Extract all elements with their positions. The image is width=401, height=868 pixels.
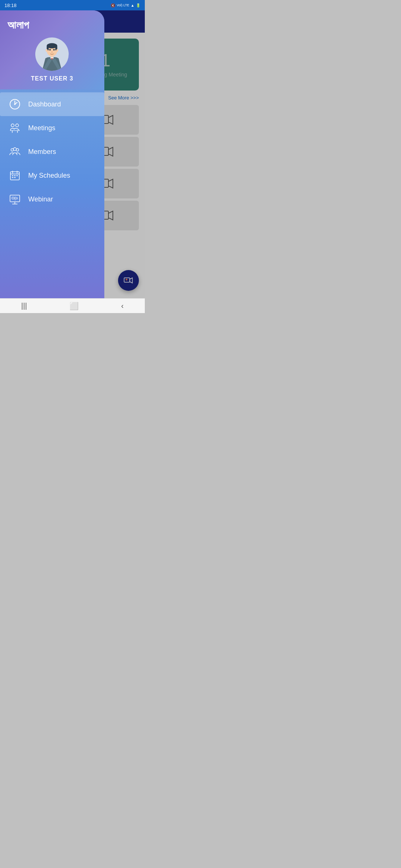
webinar-label: Webinar (28, 195, 53, 203)
svg-rect-47 (12, 177, 13, 178)
svg-point-32 (11, 124, 14, 127)
sidebar-item-webinar[interactable]: Webinar (0, 187, 104, 211)
app-container: 1 Upcoming Meeting See More >>> (0, 10, 145, 298)
avatar (35, 37, 69, 71)
svg-point-33 (16, 124, 19, 127)
dashboard-label: Dashboard (28, 101, 61, 108)
svg-point-23 (46, 49, 48, 52)
svg-rect-48 (14, 177, 16, 178)
status-icons: 🔇 Vol) LTE ▲ 🔋 (111, 3, 140, 7)
signal-bars: ▲ (131, 3, 134, 7)
drawer-header: আলাপ (0, 10, 104, 89)
sidebar-item-members[interactable]: Members (0, 140, 104, 164)
battery-icon: 🔋 (136, 3, 140, 7)
svg-rect-44 (12, 175, 13, 176)
recent-apps-button[interactable]: ||| (14, 299, 35, 313)
svg-point-52 (12, 197, 14, 199)
svg-rect-34 (10, 130, 20, 131)
avatar-image (37, 41, 67, 71)
back-button[interactable]: ‹ (114, 299, 131, 313)
sidebar-item-schedules[interactable]: My Schedules (0, 164, 104, 187)
schedules-icon (9, 170, 21, 181)
svg-point-24 (56, 49, 58, 52)
members-label: Members (28, 148, 56, 156)
svg-rect-46 (16, 175, 18, 176)
signal-text: Vol) LTE (117, 3, 129, 7)
drawer-menu: Dashboard Meetings (0, 89, 104, 298)
meetings-label: Meetings (28, 124, 55, 132)
svg-point-27 (52, 52, 53, 53)
svg-rect-45 (14, 175, 16, 176)
nav-drawer: আলাপ (0, 10, 104, 298)
svg-point-38 (13, 148, 16, 151)
recent-apps-icon: ||| (21, 302, 27, 310)
svg-point-31 (14, 103, 16, 105)
mute-icon: 🔇 (111, 3, 115, 7)
svg-point-39 (16, 149, 19, 151)
webinar-icon (9, 193, 21, 205)
sidebar-item-meetings[interactable]: Meetings (0, 116, 104, 140)
svg-point-26 (53, 49, 55, 50)
status-time: 18:18 (4, 3, 17, 8)
schedules-label: My Schedules (28, 172, 70, 180)
back-icon: ‹ (121, 302, 124, 310)
bottom-navigation: ||| ⬜ ‹ (0, 298, 145, 313)
sidebar-item-dashboard[interactable]: Dashboard (0, 92, 104, 116)
dashboard-icon (9, 98, 21, 110)
app-logo: আলাপ (7, 19, 29, 32)
home-button[interactable]: ⬜ (62, 299, 86, 313)
status-bar: 18:18 🔇 Vol) LTE ▲ 🔋 (0, 0, 145, 10)
meetings-icon (9, 122, 21, 134)
members-icon (9, 146, 21, 158)
user-name: TEST USER 3 (31, 75, 73, 82)
svg-point-25 (49, 49, 51, 50)
home-icon: ⬜ (69, 302, 79, 310)
